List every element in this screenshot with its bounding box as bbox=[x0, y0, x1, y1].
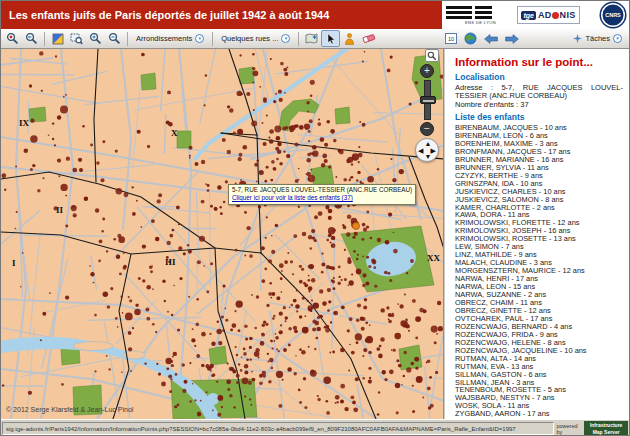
toolbar-right-group: 10 Tâches ▼ bbox=[440, 32, 627, 45]
full-extent-button[interactable] bbox=[48, 30, 67, 47]
zoom-slider[interactable] bbox=[424, 80, 431, 120]
zoom-slider-handle[interactable] bbox=[420, 96, 436, 104]
quelques-rues-dropdown-label: Quelques rues ... bbox=[221, 34, 278, 43]
eraser-button[interactable] bbox=[359, 30, 378, 47]
panel-title: Information sur le point... bbox=[455, 56, 623, 68]
toolbar-separator bbox=[44, 32, 45, 46]
status-bar: sig.tge-adonis.fr/Paris1942/Information/… bbox=[1, 419, 629, 436]
map-viewport[interactable]: IXXIIIIIIXX 5-7, RUE JACQUES LOUVEL-TESS… bbox=[1, 49, 444, 419]
pan-pad[interactable]: ▲ ▼ ◀ ▶ bbox=[415, 138, 439, 162]
quelques-rues-dropdown[interactable]: Quelques rues ... ▼ bbox=[216, 34, 295, 43]
ens-lyon-logo[interactable]: ENS DE LYON bbox=[446, 6, 496, 25]
adonis-red-dot-icon bbox=[552, 12, 559, 19]
powered-by-text: powered by bbox=[556, 423, 582, 435]
pan-right-icon[interactable]: ▶ bbox=[431, 147, 436, 154]
toolbar: Arrondissements ▼ Quelques rues ... ▼ 10 bbox=[1, 29, 629, 49]
select-pointer-button[interactable] bbox=[321, 30, 340, 47]
magnifier-icon bbox=[427, 51, 437, 61]
title-bar: Les enfants juifs de Paris déportés de j… bbox=[1, 1, 629, 29]
children-list: BIRENBAUM, JACQUES - 10 ansBIRENBAUM, LE… bbox=[455, 124, 623, 418]
info-panel: Information sur le point... Localisation… bbox=[444, 49, 629, 419]
district-label: IX bbox=[19, 118, 29, 128]
zoom-out-button[interactable] bbox=[105, 30, 124, 47]
district-label: X bbox=[171, 128, 178, 138]
logo-strip: ENS DE LYON tge ADNIS CNRS bbox=[442, 1, 629, 29]
zoom-box-button[interactable] bbox=[425, 49, 439, 62]
pan-down-icon[interactable]: ▼ bbox=[425, 153, 432, 160]
district-label: I bbox=[12, 258, 16, 268]
pan-up-icon[interactable]: ▲ bbox=[425, 140, 432, 147]
magnifier-red-icon bbox=[6, 32, 19, 45]
eraser-icon bbox=[362, 33, 376, 44]
map-canvas[interactable] bbox=[1, 49, 444, 419]
ens-logo-caption: ENS DE LYON bbox=[446, 20, 496, 25]
application-window: Les enfants juifs de Paris déportés de j… bbox=[0, 0, 630, 436]
globe-icon[interactable] bbox=[464, 32, 477, 45]
status-url: sig.tge-adonis.fr/Paris1942/Information/… bbox=[2, 422, 554, 435]
counter-value: 10 bbox=[448, 36, 454, 42]
slider-zoom-in-button[interactable]: + bbox=[420, 64, 434, 78]
badge-line2: Map Server bbox=[584, 429, 628, 436]
map-attribution: © 2012 Serge Klarsfeld & Jean-Luc Pinol bbox=[6, 406, 133, 413]
toolbar-separator bbox=[127, 32, 128, 46]
chevron-down-icon: ▼ bbox=[281, 34, 290, 43]
adonis-text-right: NIS bbox=[560, 10, 576, 20]
map-server-badge: Infrastructure Map Server bbox=[584, 421, 628, 436]
chevron-down-icon: ▼ bbox=[613, 34, 622, 43]
counter-icon[interactable]: 10 bbox=[445, 33, 457, 44]
page-title: Les enfants juifs de Paris déportés de j… bbox=[1, 1, 442, 29]
full-extent-icon bbox=[52, 33, 64, 45]
arrow-right-icon[interactable] bbox=[505, 34, 519, 44]
slider-zoom-out-button[interactable]: − bbox=[420, 122, 434, 136]
magnifier-back-icon bbox=[25, 32, 38, 45]
list-item: ZYGBAND, AARON - 17 ans bbox=[455, 410, 623, 418]
map-tooltip: 5-7, RUE JACQUES LOUVEL-TESSIER (ANC.RUE… bbox=[228, 184, 416, 205]
children-list-heading: Liste des enfants bbox=[455, 112, 623, 122]
tooltip-address: 5-7, RUE JACQUES LOUVEL-TESSIER (ANC.RUE… bbox=[232, 186, 412, 194]
cnrs-logo-label: CNRS bbox=[605, 12, 621, 18]
chevron-down-icon: ▼ bbox=[195, 34, 204, 43]
arrondissements-dropdown[interactable]: Arrondissements ▼ bbox=[131, 34, 209, 43]
pan-left-icon[interactable]: ◀ bbox=[418, 147, 423, 154]
zoom-rectangle-icon bbox=[70, 32, 83, 45]
map-plus-icon bbox=[305, 32, 318, 45]
tasks-menu[interactable]: Tâches ▼ bbox=[573, 34, 622, 43]
tge-badge: tge bbox=[521, 11, 536, 20]
zoom-initial-button[interactable] bbox=[3, 30, 22, 47]
children-count-text: Nombre d'enfants : 37 bbox=[455, 100, 623, 109]
magnifier-minus-icon bbox=[108, 32, 121, 45]
tasks-menu-label: Tâches bbox=[585, 34, 610, 43]
badge-line1: Infrastructure bbox=[584, 422, 628, 429]
tooltip-children-link[interactable]: Cliquer ici pour voir la liste des enfan… bbox=[232, 194, 412, 202]
zoom-in-button[interactable] bbox=[86, 30, 105, 47]
cursor-icon bbox=[325, 33, 337, 45]
cnrs-logo[interactable]: CNRS bbox=[601, 3, 625, 27]
map-nav-control: + − ▲ ▼ ◀ ▶ bbox=[415, 49, 439, 162]
toolbar-separator bbox=[298, 32, 299, 46]
ens-logo-bars bbox=[446, 6, 492, 19]
localisation-heading: Localisation bbox=[455, 72, 623, 82]
zoom-window-button[interactable] bbox=[67, 30, 86, 47]
adonis-text-left: AD bbox=[538, 10, 552, 20]
person-icon bbox=[344, 33, 355, 45]
tasks-spark-icon bbox=[573, 34, 582, 43]
zoom-previous-button[interactable] bbox=[22, 30, 41, 47]
district-label: XX bbox=[427, 253, 440, 263]
address-text: Adresse : 5-7, RUE JACQUES LOUVEL-TESSIE… bbox=[455, 84, 623, 100]
district-label: II bbox=[56, 205, 63, 215]
arrow-left-icon[interactable] bbox=[484, 34, 498, 44]
district-label: III bbox=[165, 257, 176, 267]
toolbar-separator bbox=[212, 32, 213, 46]
add-annotation-button[interactable] bbox=[302, 30, 321, 47]
arrondissements-dropdown-label: Arrondissements bbox=[136, 34, 192, 43]
person-info-button[interactable] bbox=[340, 30, 359, 47]
tge-adonis-logo[interactable]: tge ADNIS bbox=[517, 6, 579, 24]
magnifier-plus-icon bbox=[89, 32, 102, 45]
